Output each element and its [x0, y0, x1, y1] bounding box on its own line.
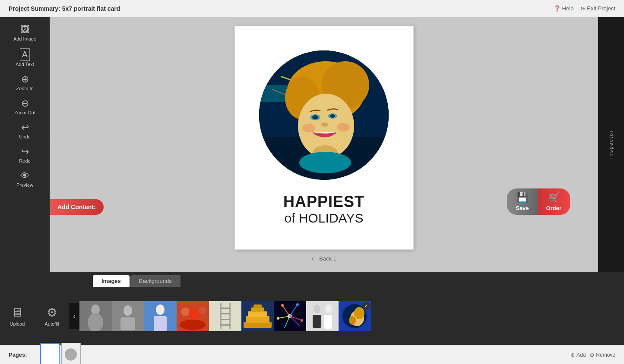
add-image-label: Add Image	[13, 36, 36, 41]
autofill-label: Autofill	[44, 321, 59, 326]
upload-label: Upload	[10, 321, 25, 326]
svg-point-60	[325, 304, 332, 313]
thumb-6-svg	[241, 301, 274, 331]
autofill-icon: ⚙	[47, 305, 57, 320]
svg-point-29	[189, 309, 199, 319]
svg-point-20	[88, 313, 103, 331]
svg-rect-35	[220, 308, 231, 309]
svg-rect-23	[120, 317, 135, 330]
remove-page-button[interactable]: ⊖ Remove	[590, 352, 615, 358]
svg-point-56	[301, 319, 303, 322]
card-text: HAPPIEST of HOLIDAYS	[283, 193, 364, 226]
footer-actions: ⊕ Add ⊖ Remove	[570, 352, 615, 358]
add-image-icon: 🖼	[20, 24, 30, 35]
pages-label: Pages:	[9, 351, 27, 358]
upload-icon: 🖥	[11, 305, 23, 320]
help-link[interactable]: ❓ Help	[554, 5, 574, 12]
add-content-button[interactable]: Add Content:	[50, 199, 104, 215]
page-thumb-1[interactable]	[40, 343, 60, 364]
face-svg	[259, 50, 389, 180]
upload-button[interactable]: 🖥 Upload	[0, 301, 35, 331]
svg-point-54	[296, 303, 299, 306]
card-canvas: HAPPIEST of HOLIDAYS	[234, 26, 414, 250]
canvas-prev-arrow[interactable]: ‹	[311, 254, 314, 263]
canvas-page-label: Back 1	[319, 255, 336, 262]
thumbnail-6[interactable]	[241, 301, 274, 331]
svg-rect-38	[220, 324, 231, 326]
order-icon: 🛒	[548, 192, 560, 203]
bottom-footer: Pages: ⊕ Add ⊖ Remove	[0, 345, 624, 364]
svg-point-53	[281, 304, 284, 307]
zoom-out-tool[interactable]: ⊖ Zoom Out	[0, 95, 50, 118]
exit-project-link[interactable]: ⊖ Exit Project	[580, 5, 615, 12]
strip-prev-button[interactable]: ‹	[69, 303, 79, 329]
thumbnail-1[interactable]	[79, 301, 112, 331]
thumbnail-8[interactable]	[306, 301, 339, 331]
add-page-button[interactable]: ⊕ Add	[570, 352, 586, 358]
svg-point-58	[314, 304, 320, 313]
redo-tool[interactable]: ↪ Redo	[0, 144, 50, 166]
preview-label: Preview	[16, 182, 33, 188]
svg-point-13	[321, 122, 328, 127]
svg-point-55	[277, 317, 279, 320]
top-actions: ❓ Help ⊖ Exit Project	[554, 5, 616, 12]
exit-label: Exit Project	[587, 5, 615, 12]
add-text-tool[interactable]: A Add Text	[0, 46, 50, 69]
project-title: Project Summary: 5x7 portrait flat card	[9, 5, 120, 12]
thumbnail-4[interactable]	[177, 301, 209, 331]
canvas-nav: ‹ Back 1	[311, 254, 336, 263]
save-button[interactable]: 💾 Save	[507, 188, 537, 215]
thumb-4-svg	[177, 301, 209, 331]
save-label: Save	[516, 205, 529, 211]
undo-tool[interactable]: ↩ Undo	[0, 119, 50, 142]
svg-rect-37	[220, 319, 231, 320]
inspector-label[interactable]: Inspector	[608, 130, 614, 159]
thumbnail-9[interactable]: ✓	[339, 301, 371, 331]
card-image-circle	[259, 50, 389, 180]
redo-label: Redo	[19, 158, 30, 163]
preview-tool[interactable]: 👁 Preview	[0, 168, 50, 190]
zoom-in-icon: ⊕	[21, 74, 29, 85]
thumbnail-3[interactable]	[144, 301, 177, 331]
svg-point-31	[180, 320, 206, 330]
order-button[interactable]: 🛒 Order	[538, 188, 570, 215]
svg-rect-57	[306, 301, 339, 331]
thumb-2-svg	[112, 301, 144, 331]
svg-point-66	[349, 316, 356, 325]
thumb-7-svg	[274, 301, 306, 331]
undo-icon: ↩	[21, 122, 29, 133]
svg-point-65	[354, 307, 364, 319]
svg-point-22	[124, 305, 132, 316]
thumb-3-svg	[144, 301, 177, 331]
add-text-icon: A	[20, 48, 30, 61]
order-label: Order	[546, 205, 561, 211]
svg-point-25	[156, 304, 165, 315]
top-bar: Project Summary: 5x7 portrait flat card …	[0, 0, 624, 17]
zoom-out-icon: ⊖	[21, 98, 29, 109]
tab-images[interactable]: Images	[93, 275, 130, 287]
svg-rect-44	[253, 304, 262, 308]
svg-rect-59	[313, 315, 321, 328]
page-thumb-2[interactable]	[61, 343, 81, 364]
card-text-line2: of HOLIDAYS	[283, 211, 364, 226]
remove-page-icon: ⊖	[590, 352, 594, 358]
card-main-image	[259, 50, 389, 180]
thumbnail-7[interactable]	[274, 301, 306, 331]
autofill-button[interactable]: ⚙ Autofill	[35, 301, 69, 331]
project-label: Project Summary:	[9, 5, 60, 12]
preview-icon: 👁	[20, 170, 30, 182]
tab-backgrounds[interactable]: Backgrounds	[130, 275, 181, 287]
canvas-area: Add Content: 💾 Save 🛒 Order	[50, 17, 598, 272]
save-icon: 💾	[516, 192, 528, 203]
bottom-panel: Images Backgrounds 🖥 Upload ⚙ Autofill ‹	[0, 272, 624, 345]
thumbnail-2[interactable]	[112, 301, 144, 331]
svg-point-30	[199, 307, 206, 314]
remove-page-label: Remove	[596, 352, 615, 358]
thumbnail-5[interactable]	[209, 301, 241, 331]
zoom-out-label: Zoom Out	[14, 110, 35, 115]
zoom-in-tool[interactable]: ⊕ Zoom In	[0, 71, 50, 94]
help-icon: ❓	[554, 5, 561, 12]
add-image-tool[interactable]: 🖼 Add Image	[0, 22, 50, 44]
right-panel[interactable]: Inspector	[598, 17, 624, 272]
svg-point-17	[299, 152, 351, 173]
